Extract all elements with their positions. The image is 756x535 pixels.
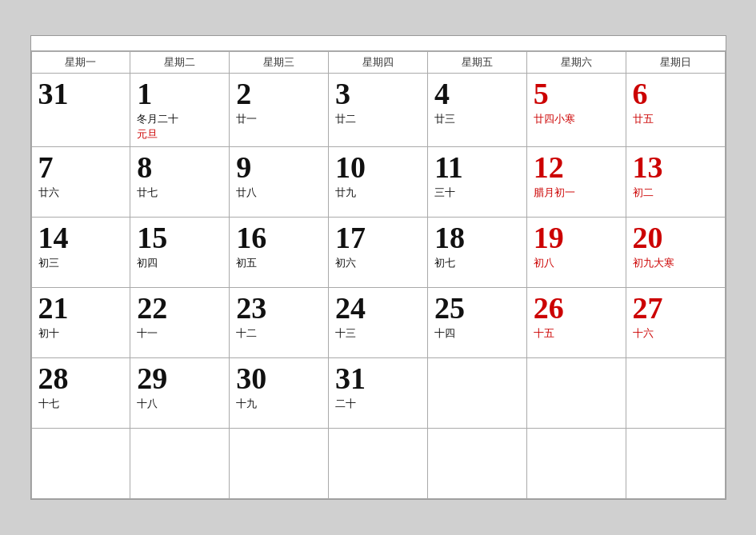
calendar-day-cell — [329, 428, 428, 498]
day-number: 8 — [137, 152, 222, 182]
day-number: 24 — [335, 293, 421, 323]
calendar-day-cell: 22十一 — [130, 287, 230, 357]
lunar-info: 初六 — [335, 256, 421, 270]
lunar-info: 十九 — [236, 397, 322, 411]
calendar-day-cell: 30十九 — [230, 357, 329, 428]
day-number: 31 — [335, 363, 421, 393]
lunar-info: 十六 — [633, 326, 718, 341]
calendar-day-cell: 10廿九 — [329, 146, 428, 217]
day-number: 13 — [633, 152, 718, 182]
lunar-info: 十二 — [236, 326, 322, 341]
calendar-day-cell: 15初四 — [130, 217, 230, 287]
day-number: 1 — [137, 78, 222, 109]
day-number: 28 — [38, 363, 124, 393]
lunar-info: 初十 — [38, 326, 124, 341]
calendar-day-cell: 13初二 — [626, 146, 725, 217]
weekday-header-cell: 星期一 — [31, 52, 130, 74]
weekday-header-cell: 星期四 — [329, 52, 428, 74]
calendar-day-cell — [31, 428, 130, 498]
lunar-info: 十四 — [434, 326, 520, 341]
lunar-info: 廿一 — [236, 112, 322, 126]
calendar-day-cell — [427, 357, 526, 428]
day-number: 29 — [137, 363, 222, 393]
calendar-day-cell: 31二十 — [329, 357, 428, 428]
lunar-info: 十五 — [534, 326, 619, 341]
calendar-day-cell: 26十五 — [526, 287, 626, 357]
lunar-info: 十三 — [335, 326, 421, 341]
day-number: 18 — [434, 222, 520, 253]
lunar-info: 廿九 — [335, 186, 421, 200]
day-number: 22 — [137, 293, 222, 323]
calendar-day-cell: 29十八 — [130, 357, 230, 428]
day-number: 15 — [137, 222, 222, 253]
calendar-day-cell — [626, 357, 725, 428]
day-number: 3 — [335, 78, 421, 109]
calendar-day-cell — [427, 428, 526, 498]
weekday-header-cell: 星期五 — [427, 52, 526, 74]
calendar-day-cell: 27十六 — [626, 287, 725, 357]
day-number: 19 — [534, 222, 619, 253]
calendar-day-cell — [130, 428, 230, 498]
calendar-title — [31, 36, 726, 51]
lunar-info: 廿四小寒 — [534, 112, 619, 126]
day-number: 4 — [434, 78, 520, 109]
calendar-week-row — [31, 428, 725, 498]
calendar-week-row: 7廿六8廿七9廿八10廿九11三十12腊月初一13初二 — [31, 146, 725, 217]
calendar-day-cell: 4廿三 — [427, 74, 526, 146]
calendar-day-cell: 14初三 — [31, 217, 130, 287]
calendar-day-cell: 19初八 — [526, 217, 626, 287]
day-number: 21 — [38, 293, 124, 323]
day-number: 26 — [534, 293, 619, 323]
lunar-info: 十八 — [137, 397, 222, 411]
calendar-day-cell: 23十二 — [230, 287, 329, 357]
calendar-day-cell: 31 — [31, 74, 130, 146]
calendar-day-cell: 17初六 — [329, 217, 428, 287]
lunar-info: 廿五 — [633, 112, 718, 126]
lunar-info: 初九大寒 — [633, 256, 718, 270]
day-number: 9 — [236, 152, 322, 182]
weekday-header-cell: 星期三 — [230, 52, 329, 74]
holiday-label: 元旦 — [137, 127, 222, 142]
lunar-info: 十一 — [137, 326, 222, 341]
day-number: 17 — [335, 222, 421, 253]
lunar-info: 廿三 — [434, 112, 520, 126]
weekday-header-cell: 星期日 — [626, 52, 725, 74]
calendar-day-cell: 20初九大寒 — [626, 217, 725, 287]
lunar-info: 初七 — [434, 256, 520, 270]
calendar-day-cell: 3廿二 — [329, 74, 428, 146]
day-number: 12 — [534, 152, 619, 182]
day-number: 5 — [534, 78, 619, 109]
lunar-info: 廿二 — [335, 112, 421, 126]
day-number: 27 — [633, 293, 718, 323]
lunar-info: 冬月二十 — [137, 112, 222, 126]
lunar-info: 廿八 — [236, 186, 322, 200]
lunar-info: 三十 — [434, 186, 520, 200]
day-number: 20 — [633, 222, 718, 253]
calendar-day-cell: 12腊月初一 — [526, 146, 626, 217]
calendar-body: 311冬月二十元旦2廿一3廿二4廿三5廿四小寒6廿五7廿六8廿七9廿八10廿九1… — [31, 74, 725, 498]
calendar-day-cell: 2廿一 — [230, 74, 329, 146]
calendar-day-cell: 11三十 — [427, 146, 526, 217]
calendar-week-row: 14初三15初四16初五17初六18初七19初八20初九大寒 — [31, 217, 725, 287]
lunar-info: 初八 — [534, 256, 619, 270]
lunar-info: 初四 — [137, 256, 222, 270]
day-number: 31 — [38, 78, 124, 109]
lunar-info: 腊月初一 — [534, 186, 619, 200]
weekday-header-cell: 星期六 — [526, 52, 626, 74]
weekday-header-cell: 星期二 — [130, 52, 230, 74]
lunar-info: 廿六 — [38, 186, 124, 200]
calendar-day-cell: 28十七 — [31, 357, 130, 428]
calendar-day-cell — [626, 428, 725, 498]
calendar-day-cell — [230, 428, 329, 498]
calendar-day-cell: 1冬月二十元旦 — [130, 74, 230, 146]
calendar-day-cell — [526, 357, 626, 428]
day-number: 11 — [434, 152, 520, 182]
calendar-day-cell: 6廿五 — [626, 74, 725, 146]
calendar-day-cell: 21初十 — [31, 287, 130, 357]
calendar-day-cell: 7廿六 — [31, 146, 130, 217]
calendar-week-row: 28十七29十八30十九31二十 — [31, 357, 725, 428]
calendar-week-row: 311冬月二十元旦2廿一3廿二4廿三5廿四小寒6廿五 — [31, 74, 725, 146]
day-number: 2 — [236, 78, 322, 109]
calendar-week-row: 21初十22十一23十二24十三25十四26十五27十六 — [31, 287, 725, 357]
day-number: 14 — [38, 222, 124, 253]
